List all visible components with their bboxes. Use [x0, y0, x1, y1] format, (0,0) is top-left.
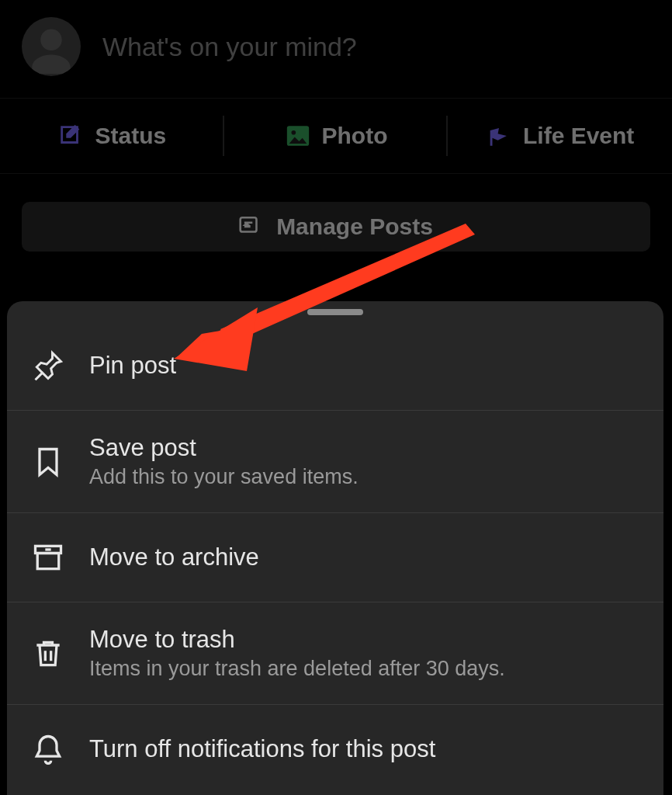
menu-item-subtitle: Add this to your saved items. — [89, 465, 359, 489]
composer-actions: Status Photo Life Event — [0, 99, 672, 174]
life-event-button[interactable]: Life Event — [448, 99, 672, 173]
composer-row — [0, 0, 672, 99]
menu-item-move-trash[interactable]: Move to trash Items in your trash are de… — [7, 602, 663, 705]
photo-button[interactable]: Photo — [224, 99, 449, 173]
manage-posts-button[interactable]: Manage Posts — [22, 202, 650, 252]
bell-icon — [30, 731, 66, 767]
menu-item-title: Move to trash — [89, 626, 505, 654]
pin-icon — [30, 348, 66, 384]
menu-item-title: Save post — [89, 434, 359, 462]
composer-input[interactable] — [102, 32, 650, 62]
trash-icon — [30, 636, 66, 672]
manage-icon — [239, 217, 264, 237]
avatar[interactable] — [22, 17, 81, 76]
status-label: Status — [95, 123, 166, 149]
manage-posts-label: Manage Posts — [276, 214, 433, 240]
sheet-menu: Pin post Save post Add this to your save… — [7, 321, 663, 793]
archive-icon — [30, 540, 66, 575]
menu-item-turn-off-notifications[interactable]: Turn off notifications for this post — [7, 705, 663, 793]
flag-icon — [486, 123, 512, 149]
menu-item-title: Move to archive — [89, 543, 259, 571]
photo-label: Photo — [322, 123, 388, 149]
manage-posts-area: Manage Posts — [0, 174, 672, 278]
menu-item-move-archive[interactable]: Move to archive — [7, 513, 663, 602]
sheet-grabber[interactable] — [307, 309, 363, 315]
menu-item-title: Turn off notifications for this post — [89, 735, 435, 763]
menu-item-save-post[interactable]: Save post Add this to your saved items. — [7, 411, 663, 513]
svg-rect-4 — [37, 554, 59, 569]
background-dimmed: Status Photo Life Event Manage Posts — [0, 0, 672, 278]
photo-icon — [285, 123, 311, 149]
bookmark-icon — [30, 444, 66, 480]
life-event-label: Life Event — [523, 123, 634, 149]
menu-item-subtitle: Items in your trash are deleted after 30… — [89, 657, 505, 681]
action-sheet: Pin post Save post Add this to your save… — [7, 301, 663, 795]
menu-item-title: Pin post — [89, 352, 176, 380]
menu-item-pin-post[interactable]: Pin post — [7, 321, 663, 411]
svg-point-1 — [291, 130, 296, 135]
edit-icon — [57, 123, 84, 149]
status-button[interactable]: Status — [0, 99, 224, 173]
avatar-silhouette-icon — [26, 25, 77, 76]
